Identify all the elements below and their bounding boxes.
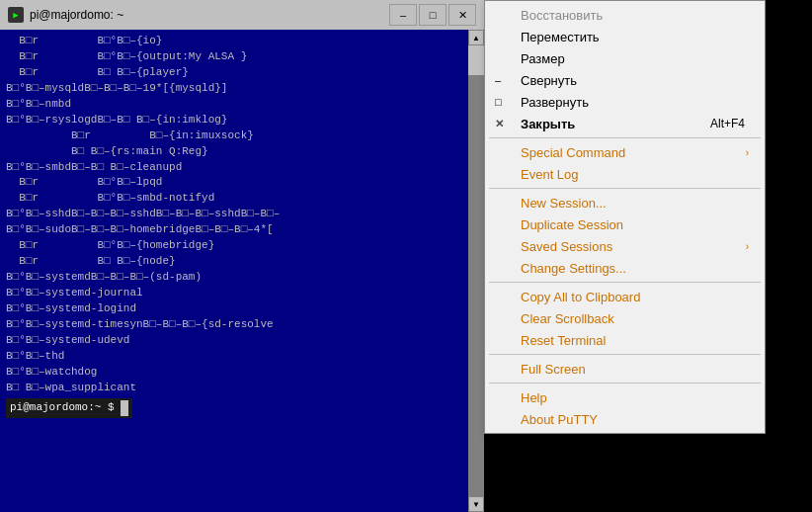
- menu-item-special-command[interactable]: Special Command ›: [485, 141, 765, 163]
- terminal-area: B□r B□°B□–{io} B□r B□°B□–{output:My ALSA…: [0, 30, 484, 512]
- maximize-icon: □: [495, 96, 502, 108]
- menu-item-help[interactable]: Help: [485, 386, 765, 408]
- terminal-line: B□°B□–smbdB□–B□ B□–cleanupd: [6, 160, 478, 176]
- title-bar: ▶ pi@majordomo: ~ – □ ✕: [0, 0, 484, 30]
- terminal-line: B□°B□–rsyslogdB□–B□ B□–{in:imklog}: [6, 113, 478, 128]
- terminal-line: B□°B□–sshdB□–B□–B□–sshdB□–B□–B□–sshdB□–B…: [6, 207, 478, 222]
- terminal-line: B□ B□–{rs:main Q:Reg}: [6, 144, 478, 160]
- menu-item-move[interactable]: Переместить: [485, 26, 765, 47]
- terminal-prompt: pi@majordomo:~ $: [6, 398, 132, 418]
- menu-item-clear-scrollback[interactable]: Clear Scrollback: [485, 307, 765, 329]
- menu-item-new-session[interactable]: New Session...: [485, 192, 765, 213]
- menu-item-restore[interactable]: Восстановить: [485, 4, 765, 26]
- context-menu: Восстановить Переместить Размер – Сверну…: [484, 0, 766, 434]
- terminal-line: B□°B□–sudoB□–B□–B□–homebridgeB□–B□–B□–4*…: [6, 222, 478, 238]
- minimize-button[interactable]: –: [389, 4, 417, 26]
- submenu-arrow-special: ›: [746, 147, 749, 158]
- terminal-line: B□r B□ B□–{player}: [6, 65, 478, 81]
- menu-item-saved-sessions[interactable]: Saved Sessions ›: [485, 235, 765, 257]
- menu-item-close[interactable]: ✕ Закрыть Alt+F4: [485, 113, 765, 134]
- menu-item-minimize[interactable]: – Свернуть: [485, 69, 765, 91]
- terminal-line: B□r B□°B□–{io}: [6, 34, 478, 49]
- divider-3: [489, 282, 761, 283]
- terminal-line: B□°B□–mysqldB□–B□–B□–19*[{mysqld}]: [6, 81, 478, 97]
- terminal-line: B□°B□–watchdog: [6, 365, 478, 381]
- scroll-track[interactable]: [468, 45, 484, 496]
- divider-2: [489, 188, 761, 189]
- terminal-line: B□°B□–systemd-logind: [6, 301, 478, 317]
- scroll-up-arrow[interactable]: ▲: [468, 30, 484, 45]
- menu-item-maximize[interactable]: □ Развернуть: [485, 91, 765, 113]
- terminal-line: B□r B□°B□–{homebridge}: [6, 238, 478, 254]
- menu-item-event-log[interactable]: Event Log: [485, 163, 765, 185]
- terminal-line: B□r B□°B□–lpqd: [6, 175, 478, 191]
- menu-item-change-settings[interactable]: Change Settings...: [485, 257, 765, 279]
- terminal-line: B□°B□–thd: [6, 349, 478, 365]
- close-icon: ✕: [495, 118, 504, 130]
- divider-5: [489, 383, 761, 384]
- close-shortcut: Alt+F4: [710, 117, 749, 130]
- maximize-button[interactable]: □: [419, 4, 447, 26]
- terminal-line: B□r B□°B□–{output:My ALSA }: [6, 49, 478, 65]
- menu-item-about-putty[interactable]: About PuTTY: [485, 408, 765, 430]
- terminal-line: B□°B□–systemd-journal: [6, 286, 478, 301]
- terminal-line: B□r B□–{in:imuxsock}: [6, 128, 478, 144]
- terminal-line: B□°B□–systemd-timesynB□–B□–B□–{sd-resolv…: [6, 317, 478, 333]
- terminal-line: B□°B□–nmbd: [6, 97, 478, 113]
- divider-4: [489, 354, 761, 355]
- submenu-arrow-saved: ›: [746, 241, 749, 252]
- terminal-line: B□ B□–wpa_supplicant: [6, 381, 478, 396]
- menu-item-copy-all[interactable]: Copy All to Clipboard: [485, 286, 765, 307]
- menu-item-reset-terminal[interactable]: Reset Terminal: [485, 329, 765, 351]
- terminal-line: B□r B□°B□–smbd-notifyd: [6, 191, 478, 207]
- terminal-line: B□°B□–systemdB□–B□–B□–(sd-pam): [6, 270, 478, 286]
- divider-1: [489, 137, 761, 138]
- scroll-down-arrow[interactable]: ▼: [468, 496, 484, 512]
- menu-item-duplicate-session[interactable]: Duplicate Session: [485, 213, 765, 235]
- terminal-line: B□°B□–systemd-udevd: [6, 333, 478, 349]
- menu-item-full-screen[interactable]: Full Screen: [485, 358, 765, 380]
- scrollbar[interactable]: ▲ ▼: [468, 30, 484, 512]
- window-controls: – □ ✕: [389, 4, 476, 26]
- menu-item-size[interactable]: Размер: [485, 47, 765, 69]
- scroll-thumb[interactable]: [468, 45, 484, 75]
- terminal-line: B□r B□ B□–{node}: [6, 254, 478, 270]
- close-button[interactable]: ✕: [448, 4, 476, 26]
- minimize-icon: –: [495, 74, 501, 86]
- app-icon: ▶: [8, 7, 24, 23]
- window-title: pi@majordomo: ~: [30, 8, 383, 22]
